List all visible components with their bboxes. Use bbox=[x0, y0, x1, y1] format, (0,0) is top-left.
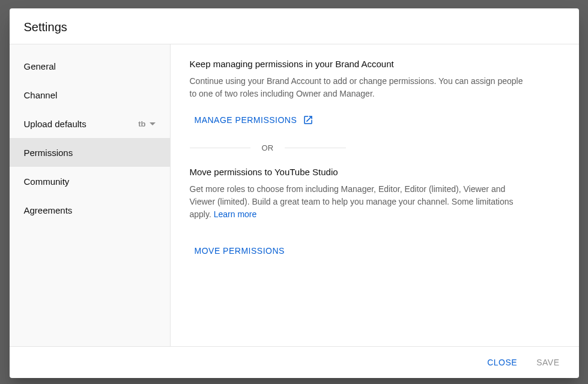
chevron-down-icon bbox=[150, 122, 156, 125]
settings-modal: Settings General Channel Upload defaults… bbox=[10, 8, 579, 378]
sidebar-item-community[interactable]: Community bbox=[10, 167, 170, 196]
modal-title: Settings bbox=[24, 20, 565, 34]
sidebar-item-label: Channel bbox=[24, 90, 58, 100]
sidebar-item-label: General bbox=[24, 61, 56, 71]
button-label: Move permissions bbox=[195, 246, 285, 256]
modal-footer: Close Save bbox=[10, 346, 579, 378]
section1-desc: Continue using your Brand Account to add… bbox=[190, 75, 526, 100]
sidebar-item-permissions[interactable]: Permissions bbox=[10, 138, 170, 167]
sidebar-item-general[interactable]: General bbox=[10, 52, 170, 80]
external-link-icon bbox=[303, 115, 314, 125]
learn-more-link[interactable]: Learn more bbox=[214, 209, 257, 219]
section1-title: Keep managing permissions in your Brand … bbox=[190, 59, 560, 69]
permissions-content: Keep managing permissions in your Brand … bbox=[171, 44, 579, 346]
sidebar-item-agreements[interactable]: Agreements bbox=[10, 196, 170, 224]
divider-text: OR bbox=[261, 143, 273, 152]
section2-title: Move permissions to YouTube Studio bbox=[190, 167, 560, 177]
modal-body: General Channel Upload defaults tb Permi… bbox=[10, 44, 579, 346]
modal-header: Settings bbox=[10, 8, 579, 44]
sidebar-item-label: Agreements bbox=[24, 205, 73, 215]
sidebar-item-label: Upload defaults bbox=[24, 119, 86, 129]
sidebar-item-label: Community bbox=[24, 176, 70, 187]
sidebar-item-label: Permissions bbox=[24, 148, 73, 158]
divider-line-right bbox=[285, 148, 346, 148]
or-divider: OR bbox=[190, 143, 346, 152]
divider-line-left bbox=[190, 148, 251, 148]
close-button[interactable]: Close bbox=[480, 353, 524, 372]
tubebuddy-badge[interactable]: tb bbox=[138, 119, 155, 128]
manage-permissions-button[interactable]: Manage permissions bbox=[190, 111, 319, 129]
section2-desc: Get more roles to choose from including … bbox=[190, 183, 526, 221]
settings-sidebar: General Channel Upload defaults tb Permi… bbox=[10, 44, 171, 346]
button-label: Manage permissions bbox=[195, 115, 297, 125]
move-permissions-button[interactable]: Move permissions bbox=[190, 242, 289, 259]
sidebar-item-channel[interactable]: Channel bbox=[10, 80, 170, 109]
sidebar-item-upload-defaults[interactable]: Upload defaults tb bbox=[10, 109, 170, 138]
badge-text: tb bbox=[138, 119, 145, 128]
save-button[interactable]: Save bbox=[529, 353, 566, 372]
